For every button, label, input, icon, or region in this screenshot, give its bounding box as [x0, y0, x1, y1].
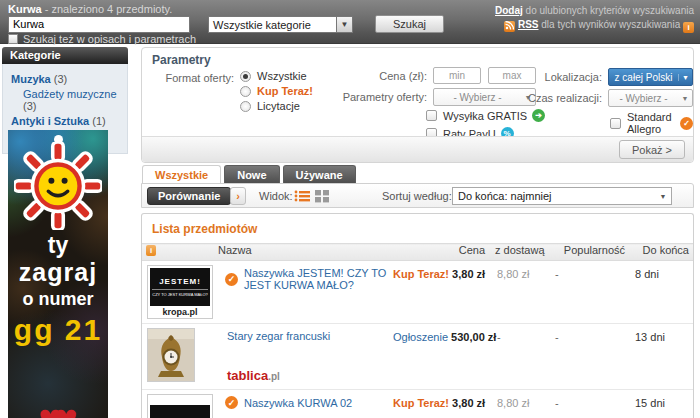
- format-option-wszystkie[interactable]: Wszystkie: [240, 70, 307, 82]
- item-link[interactable]: Stary zegar francuski: [227, 330, 330, 342]
- category-select-value: Wszystkie kategorie: [208, 16, 336, 33]
- sort-label: Sortuj według:: [382, 190, 452, 202]
- radio-selected-icon[interactable]: [240, 71, 251, 82]
- rss-icon[interactable]: [504, 21, 515, 32]
- item-link[interactable]: Naszywka KURWA 02: [244, 397, 352, 409]
- results-query: Kurwa: [8, 3, 42, 15]
- list-title: Lista przedmiotów: [142, 214, 693, 243]
- location-label: Lokalizacja:: [522, 71, 602, 83]
- format-option-label: Wszystkie: [257, 70, 307, 82]
- sort-value: Do końca: najmniej: [453, 190, 655, 202]
- search-descriptions-checkbox[interactable]: [8, 34, 18, 44]
- filters-footer: Pokaż >: [142, 136, 693, 162]
- radio-icon[interactable]: [240, 86, 251, 97]
- filters-panel: Parametry Format oferty: Wszystkie Kup T…: [141, 47, 694, 163]
- location-select[interactable]: z całej Polski ▼: [608, 68, 693, 86]
- column-delivery: z dostawą: [489, 244, 551, 261]
- column-price: Cena: [393, 244, 489, 261]
- banner-text-line1: ty: [8, 232, 108, 258]
- rss-line-text: dla tych wyników wyszukiwania: [539, 19, 681, 30]
- sidebar-item-muzyka[interactable]: Muzyka (3): [11, 73, 121, 85]
- free-shipping-label: Wysyłka GRATIS: [443, 110, 527, 122]
- verified-check-icon: ✓: [225, 396, 238, 409]
- category-count: (1): [92, 115, 105, 127]
- time-left: 8 dni: [629, 261, 693, 324]
- banner-text-line3: o numer: [8, 286, 108, 312]
- column-popularity: Popularność: [551, 244, 629, 261]
- time-left: 15 dni: [629, 390, 693, 418]
- favorites-line-text: do ulubionych kryteriów wyszukiwania: [523, 5, 694, 16]
- item-thumbnail[interactable]: [147, 328, 195, 382]
- categories-title: Kategorie: [2, 47, 128, 64]
- format-option-label: Licytacje: [257, 100, 300, 112]
- list-toolbar: Porównanie › Widok: Sortuj według: Do ko…: [141, 183, 694, 208]
- sort-select[interactable]: Do końca: najmniej ▼: [452, 187, 672, 205]
- results-count-text: - znaleziono 4 przedmioty.: [42, 3, 173, 15]
- thumb-brand: kropa.pl: [150, 307, 210, 317]
- banner-text-line2: zagraj: [8, 258, 108, 286]
- tab-nowe[interactable]: Nowe: [224, 165, 279, 183]
- search-button[interactable]: Szukaj: [375, 15, 444, 33]
- table-row: Stary zegar francuski tablica.pl Ogłosze…: [142, 324, 693, 390]
- standard-allegro-checkbox[interactable]: [610, 118, 621, 129]
- search-descriptions-label: Szukaj też w opisach i parametrach: [23, 33, 196, 45]
- favorites-line: Dodaj do ulubionych kryteriów wyszukiwan…: [495, 4, 694, 18]
- item-price: 3,80 zł: [452, 268, 485, 280]
- price-min-input[interactable]: [433, 67, 481, 84]
- info-icon[interactable]: i: [683, 22, 694, 33]
- info-icon[interactable]: i: [146, 245, 156, 256]
- free-shipping-icon: ➔: [532, 109, 545, 122]
- compare-arrow-icon[interactable]: ›: [230, 187, 246, 205]
- list-view-icon[interactable]: [294, 189, 310, 203]
- category-label: Muzyka: [11, 73, 51, 85]
- ad-banner[interactable]: ty zagraj o numer gg 21 ♥♥: [8, 130, 108, 418]
- lead-time-select[interactable]: - Wybierz - ▼: [608, 89, 693, 107]
- items-list-panel: Lista przedmiotów i Nazwa Cena z dostawą…: [141, 213, 694, 418]
- clock-photo: [148, 329, 194, 381]
- item-popularity: -: [551, 261, 629, 324]
- view-label: Widok:: [259, 190, 293, 202]
- item-thumbnail[interactable]: KURWA: [147, 394, 213, 418]
- column-name: Nazwa: [218, 244, 252, 256]
- item-price: 530,00 zł: [451, 331, 496, 343]
- format-label: Format oferty:: [152, 72, 234, 84]
- free-shipping-checkbox[interactable]: [426, 110, 437, 121]
- standard-allegro-label: Standard Allegro: [627, 111, 675, 135]
- category-label: Antyki i Sztuka: [11, 115, 89, 127]
- rss-line: RSS dla tych wyników wyszukiwania i: [495, 18, 694, 33]
- standard-allegro-option[interactable]: Standard Allegro ✓: [610, 111, 693, 135]
- compare-button[interactable]: Porównanie: [147, 187, 231, 205]
- chevron-down-icon[interactable]: ▼: [336, 16, 353, 33]
- search-input[interactable]: [8, 16, 190, 33]
- item-thumbnail[interactable]: JESTEM! CZY TO JEST KURWA MAŁO? kropa.pl: [147, 265, 213, 319]
- show-results-button[interactable]: Pokaż >: [619, 140, 685, 159]
- chevron-down-icon: ▼: [678, 95, 692, 102]
- radio-icon[interactable]: [240, 101, 251, 112]
- item-link[interactable]: Naszywka JESTEM! CZY TO JEST KURWA MAŁO?: [244, 267, 393, 291]
- price-with-delivery: -: [489, 324, 551, 390]
- category-select[interactable]: Wszystkie kategorie ▼: [208, 16, 353, 33]
- format-option-licytacje[interactable]: Licytacje: [240, 100, 300, 112]
- rss-link[interactable]: RSS: [518, 19, 539, 30]
- buy-type: Ogłoszenie: [393, 331, 448, 343]
- banner-text-line4: gg 21: [8, 312, 108, 348]
- sidebar-item-gadzety-muzyczne[interactable]: Gadżety muzyczne (3): [11, 88, 121, 112]
- tab-uzywane[interactable]: Używane: [283, 165, 356, 183]
- item-popularity: -: [551, 390, 629, 418]
- buy-type: Kup Teraz!: [393, 397, 449, 409]
- price-with-delivery: 8,80 zł: [489, 390, 551, 418]
- add-favorites-link[interactable]: Dodaj: [495, 5, 523, 16]
- category-count: (3): [23, 100, 36, 112]
- grid-view-icon[interactable]: [314, 189, 330, 203]
- chevron-down-icon: ▼: [678, 74, 692, 81]
- offer-params-label: Parametry oferty:: [327, 91, 427, 103]
- sidebar-item-antyki-i-sztuka[interactable]: Antyki i Sztuka (1): [11, 115, 121, 127]
- offer-params-select[interactable]: - Wybierz - ▼: [433, 88, 536, 106]
- location-value: z całej Polski: [609, 72, 678, 83]
- tab-wszystkie[interactable]: Wszystkie: [142, 165, 221, 183]
- format-option-kup-teraz[interactable]: Kup Teraz!: [240, 85, 313, 97]
- verified-check-icon: ✓: [225, 273, 238, 286]
- lead-time-label: Czas realizacji:: [522, 92, 602, 104]
- table-header-row: i Nazwa Cena z dostawą Popularność Do ko…: [142, 244, 693, 261]
- free-shipping-option[interactable]: Wysyłka GRATIS ➔: [426, 109, 545, 122]
